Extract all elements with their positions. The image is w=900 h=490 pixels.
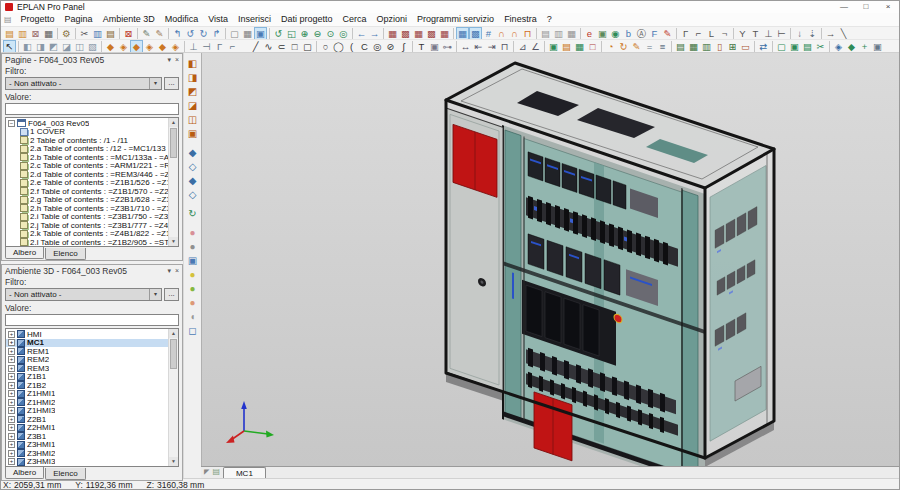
- display-yellow-icon[interactable]: ●: [185, 268, 200, 282]
- nav-back-icon[interactable]: ←: [355, 27, 368, 40]
- auto-hide-button[interactable]: ▾: [167, 56, 171, 64]
- image-tool-icon[interactable]: ▣: [428, 40, 441, 53]
- nav-forward-icon[interactable]: →: [368, 27, 381, 40]
- report-e-icon[interactable]: ⊞: [726, 40, 739, 53]
- display-frame-icon[interactable]: ◻: [185, 324, 200, 338]
- snap-grid-a-icon[interactable]: ▦: [386, 27, 399, 40]
- maximize-button[interactable]: □: [855, 1, 877, 13]
- zoom-in-icon[interactable]: ⊕: [298, 27, 311, 40]
- view-3d-front-icon[interactable]: ◨: [185, 71, 200, 85]
- device-item[interactable]: +Z3HMI3: [6, 458, 168, 467]
- tree-item[interactable]: 2.e Table of contents : =Z1B1/526 - =Z1B…: [6, 179, 168, 188]
- box-green-b-icon[interactable]: ▦: [573, 40, 586, 53]
- pages-panel-header[interactable]: Pagine - F064_003 Rev05 ▾×: [2, 54, 182, 65]
- arrow-down-b-icon[interactable]: ⇣: [806, 27, 819, 40]
- device-item[interactable]: +Z1HMI3: [6, 407, 168, 416]
- device-item[interactable]: +MC1: [6, 339, 168, 348]
- auto-hide-button[interactable]: ▾: [167, 267, 171, 275]
- menu-modifica[interactable]: Modifica: [160, 13, 204, 26]
- tool-orange-b-icon[interactable]: ↻: [617, 40, 630, 53]
- zoom-window-icon[interactable]: ◱: [285, 27, 298, 40]
- snap-grid-b-icon[interactable]: ▩: [399, 27, 412, 40]
- filter-browse-button[interactable]: ...: [164, 77, 179, 90]
- draw-ellipse-icon[interactable]: ◯: [332, 40, 345, 53]
- device-item[interactable]: +Z1B1: [6, 373, 168, 382]
- tree-item[interactable]: 2.c Table of contents : =ARM1/221 - =REM…: [6, 162, 168, 171]
- placement-d-icon[interactable]: ◈: [143, 40, 156, 53]
- dim-end-icon[interactable]: ⇥: [485, 40, 498, 53]
- placement-e-icon[interactable]: ◆: [156, 40, 169, 53]
- redo-all-icon[interactable]: ↱: [210, 27, 223, 40]
- part-box-b-icon[interactable]: ▣: [788, 40, 801, 53]
- dim-arc-icon[interactable]: ⊓: [498, 40, 511, 53]
- expand-expander[interactable]: +: [8, 399, 15, 406]
- settings-wrench-icon[interactable]: ⚙: [60, 27, 73, 40]
- device-list-scrollbar[interactable]: ▲ ▼: [168, 329, 178, 466]
- handling-3d-f-icon[interactable]: ▧: [86, 40, 99, 53]
- draw-sector-icon[interactable]: ⊘: [384, 40, 397, 53]
- report-d-icon[interactable]: ▯: [713, 40, 726, 53]
- expand-expander[interactable]: +: [8, 356, 15, 363]
- menu-pagina[interactable]: Pagina: [60, 13, 98, 26]
- paste-icon[interactable]: ▤: [104, 27, 117, 40]
- device-item[interactable]: +REM2: [6, 356, 168, 365]
- refresh-icon[interactable]: ↺: [272, 27, 285, 40]
- box-red-icon[interactable]: □: [586, 40, 599, 53]
- arrow-down-a-icon[interactable]: ↓: [793, 27, 806, 40]
- report-b-icon[interactable]: ▦: [687, 40, 700, 53]
- scroll-down-icon[interactable]: ▼: [169, 457, 178, 466]
- view-3d-side-icon[interactable]: ◩: [185, 85, 200, 99]
- snap-points-icon[interactable]: #: [482, 27, 495, 40]
- tree-item[interactable]: 2.b Table of contents : =MC1/133a - =ARM…: [6, 153, 168, 162]
- expand-expander[interactable]: +: [8, 373, 15, 380]
- display-gray-icon[interactable]: ●: [185, 240, 200, 254]
- report-a-icon[interactable]: ▤: [674, 40, 687, 53]
- menu-ambiente-3d[interactable]: Ambiente 3D: [98, 13, 160, 26]
- expand-expander[interactable]: +: [8, 441, 15, 448]
- update-b-icon[interactable]: ◆: [845, 40, 858, 53]
- draw-circle-icon[interactable]: ○: [319, 40, 332, 53]
- move-view-d-icon[interactable]: ◇: [185, 188, 200, 202]
- expand-expander[interactable]: +: [8, 382, 15, 389]
- draw-arc-icon[interactable]: ⊂: [275, 40, 288, 53]
- draw-polyline-icon[interactable]: ∿: [262, 40, 275, 53]
- magnet-auto-icon[interactable]: ⊓: [521, 27, 534, 40]
- placement-f-icon[interactable]: ◈: [169, 40, 182, 53]
- menu-programmi-servizio[interactable]: Programmi servizio: [412, 13, 499, 26]
- snap-grid-c-icon[interactable]: ▦: [412, 27, 425, 40]
- device-item[interactable]: +Z3HMI1: [6, 441, 168, 450]
- tree-item[interactable]: 2.l Table of contents : =Z1B2/905 - =ST1…: [6, 238, 168, 246]
- viewport-3d[interactable]: [201, 53, 899, 466]
- draw-arc-c-icon[interactable]: C: [358, 40, 371, 53]
- device-item[interactable]: +HMI: [6, 330, 168, 339]
- expand-expander[interactable]: +: [8, 450, 15, 457]
- chevron-down-icon[interactable]: ▾: [149, 78, 161, 89]
- tree-item[interactable]: 1 COVER: [6, 128, 168, 137]
- draw-rectangle-round-icon[interactable]: ▢: [301, 40, 314, 53]
- parts-b-icon[interactable]: b: [622, 27, 635, 40]
- magnet-10-icon[interactable]: ∩: [508, 27, 521, 40]
- scroll-up-icon[interactable]: ▲: [169, 329, 178, 338]
- tool-orange-a-icon[interactable]: ◔: [604, 40, 617, 53]
- display-pink-icon[interactable]: ●: [185, 226, 200, 240]
- viewport-tab-mc1[interactable]: MC1: [223, 467, 266, 478]
- view-3d-top-icon[interactable]: ◪: [185, 99, 200, 113]
- menu-vista[interactable]: Vista: [203, 13, 233, 26]
- device-item[interactable]: +REM3: [6, 364, 168, 373]
- window-c-icon[interactable]: ▦: [565, 27, 578, 40]
- snap-grid-e-icon[interactable]: ▦: [438, 27, 451, 40]
- expand-expander[interactable]: +: [8, 458, 15, 465]
- report-f-icon[interactable]: ▭: [739, 40, 752, 53]
- scroll-thumb[interactable]: [170, 128, 177, 158]
- display-green-icon[interactable]: ●: [185, 282, 200, 296]
- draw-line-icon[interactable]: ╱: [249, 40, 262, 53]
- text-tool-icon[interactable]: T: [415, 40, 428, 53]
- edit-pencil-alt-icon[interactable]: ✎: [153, 27, 166, 40]
- zoom-selection-icon[interactable]: ◎: [337, 27, 350, 40]
- placement-c-icon[interactable]: ◆: [130, 40, 143, 53]
- tree-item[interactable]: 2.f Table of contents : =Z1B1/570 - =Z2B…: [6, 187, 168, 196]
- expand-expander[interactable]: +: [8, 331, 15, 338]
- handling-3d-a-icon[interactable]: ◧: [21, 40, 34, 53]
- window-b-icon[interactable]: ▥: [552, 27, 565, 40]
- view-3d-iso-icon[interactable]: ◧: [185, 57, 200, 71]
